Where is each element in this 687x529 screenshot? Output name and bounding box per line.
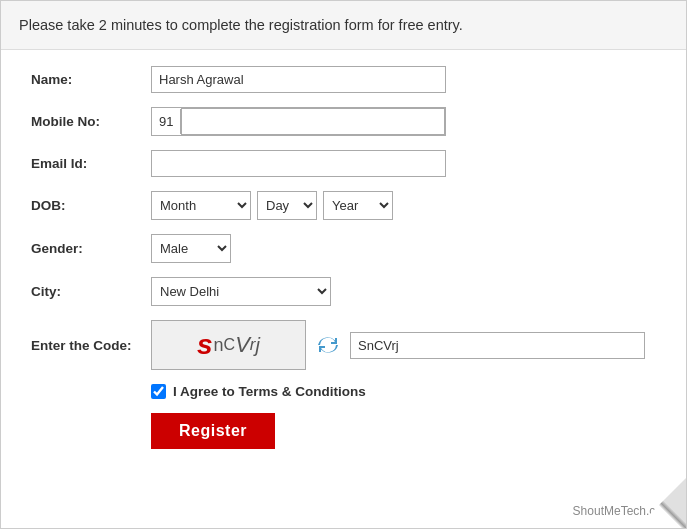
mobile-input[interactable] xyxy=(181,108,445,135)
mobile-control: 91 xyxy=(151,107,656,136)
form-area: Name: Mobile No: 91 Email Id: DOB: xyxy=(1,50,686,469)
terms-label[interactable]: I Agree to Terms & Conditions xyxy=(173,384,366,399)
mobile-row: Mobile No: 91 xyxy=(31,107,656,136)
captcha-c: C xyxy=(224,336,236,354)
dob-control: Month JanuaryFebruaryMarch AprilMayJune … xyxy=(151,191,656,220)
gender-control: Male Female Other xyxy=(151,234,656,263)
name-label: Name: xyxy=(31,72,151,87)
gender-select[interactable]: Male Female Other xyxy=(151,234,231,263)
captcha-label: Enter the Code: xyxy=(31,338,151,353)
register-row: Register xyxy=(151,413,656,449)
city-select[interactable]: New Delhi Mumbai Bangalore Chennai Hyder… xyxy=(151,277,331,306)
captcha-n: n xyxy=(214,335,224,356)
captcha-control: s n C V r j xyxy=(151,320,656,370)
dob-label: DOB: xyxy=(31,198,151,213)
email-control xyxy=(151,150,656,177)
captcha-group: s n C V r j xyxy=(151,320,645,370)
gender-label: Gender: xyxy=(31,241,151,256)
mobile-label: Mobile No: xyxy=(31,114,151,129)
page-curl xyxy=(636,478,686,528)
name-control xyxy=(151,66,656,93)
header-text: Please take 2 minutes to complete the re… xyxy=(1,1,686,50)
terms-checkbox[interactable] xyxy=(151,384,166,399)
captcha-v: V xyxy=(235,332,250,358)
email-row: Email Id: xyxy=(31,150,656,177)
dob-wrap: Month JanuaryFebruaryMarch AprilMayJune … xyxy=(151,191,393,220)
captcha-input[interactable] xyxy=(350,332,645,359)
terms-row: I Agree to Terms & Conditions xyxy=(151,384,656,399)
city-control: New Delhi Mumbai Bangalore Chennai Hyder… xyxy=(151,277,656,306)
day-select[interactable]: Day 1234 5678 9101112 13141516 17181920 … xyxy=(257,191,317,220)
email-label: Email Id: xyxy=(31,156,151,171)
name-row: Name: xyxy=(31,66,656,93)
captcha-s: s xyxy=(197,329,213,361)
month-select[interactable]: Month JanuaryFebruaryMarch AprilMayJune … xyxy=(151,191,251,220)
mobile-wrap: 91 xyxy=(151,107,446,136)
refresh-button[interactable] xyxy=(314,331,342,359)
captcha-image: s n C V r j xyxy=(151,320,306,370)
year-select[interactable]: Year 200019991998 199719961995 199019851… xyxy=(323,191,393,220)
registration-card: Please take 2 minutes to complete the re… xyxy=(0,0,687,529)
city-row: City: New Delhi Mumbai Bangalore Chennai… xyxy=(31,277,656,306)
captcha-row: Enter the Code: s n C V r j xyxy=(31,320,656,370)
captcha-j: j xyxy=(256,334,260,357)
refresh-icon xyxy=(316,333,340,357)
gender-row: Gender: Male Female Other xyxy=(31,234,656,263)
name-input[interactable] xyxy=(151,66,446,93)
register-button[interactable]: Register xyxy=(151,413,275,449)
mobile-prefix: 91 xyxy=(152,109,181,134)
email-input[interactable] xyxy=(151,150,446,177)
city-label: City: xyxy=(31,284,151,299)
dob-row: DOB: Month JanuaryFebruaryMarch AprilMay… xyxy=(31,191,656,220)
